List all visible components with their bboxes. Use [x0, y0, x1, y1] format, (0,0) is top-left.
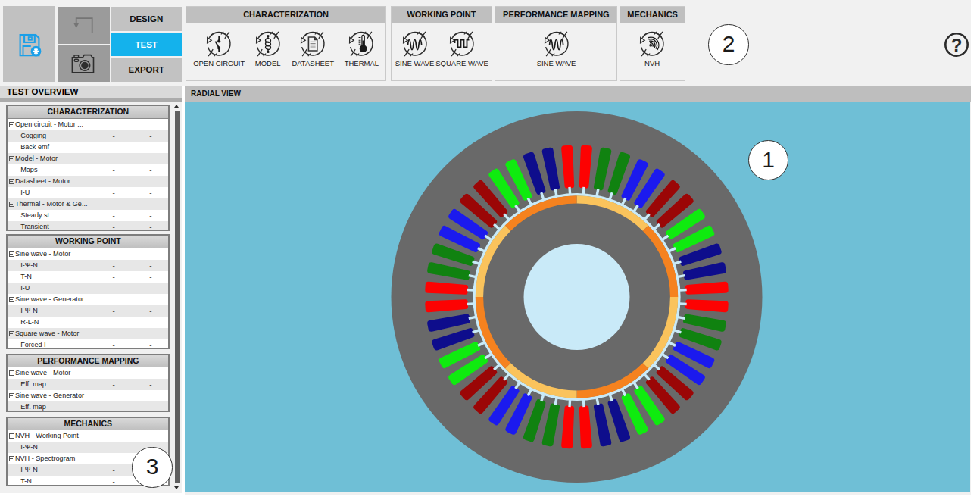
svg-text:?: ?	[951, 35, 963, 55]
